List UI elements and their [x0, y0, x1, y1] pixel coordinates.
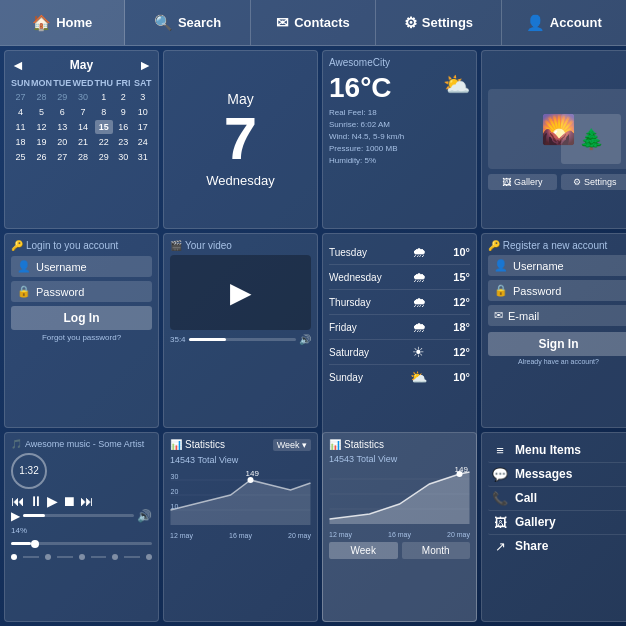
table-row[interactable]: 28 — [31, 90, 52, 104]
forecast-icon-thu: 🌧 — [412, 294, 426, 310]
stats1-chart: 149 30 20 10 — [170, 465, 311, 530]
messages-icon: 💬 — [491, 467, 509, 482]
table-row[interactable]: 3 — [133, 90, 152, 104]
password-field[interactable]: 🔒 Password — [11, 281, 152, 302]
nav-account[interactable]: 👤 Account — [502, 0, 626, 45]
dot-4[interactable] — [112, 554, 118, 560]
table-row[interactable]: 20 — [53, 135, 71, 149]
calendar-header: ◄ May ► — [11, 57, 152, 73]
table-row[interactable]: 10 — [133, 105, 152, 119]
table-row[interactable]: 12 — [31, 120, 52, 134]
nav-home[interactable]: 🏠 Home — [0, 0, 125, 45]
gallery-menu-label: Gallery — [515, 515, 556, 529]
music-play-btn[interactable]: ▶ — [47, 493, 58, 509]
calendar-next[interactable]: ► — [138, 57, 152, 73]
gallery-button[interactable]: 🖼 Gallery — [488, 174, 557, 190]
week-tab[interactable]: Week — [329, 542, 398, 559]
reg-lock-icon: 🔒 — [494, 284, 508, 297]
table-row[interactable]: 27 — [53, 150, 71, 164]
table-row[interactable]: 25 — [11, 150, 30, 164]
cal-dh-tue: TUE — [53, 77, 71, 89]
messages-item[interactable]: 💬 Messages — [488, 463, 626, 487]
music-stop-btn[interactable]: ⏹ — [62, 493, 76, 509]
table-row[interactable]: 2 — [114, 90, 132, 104]
username-field[interactable]: 👤 Username — [11, 256, 152, 277]
table-row[interactable]: 18 — [11, 135, 30, 149]
calendar-prev[interactable]: ◄ — [11, 57, 25, 73]
key2-icon: 🔑 — [488, 240, 500, 251]
table-row[interactable]: 29 — [95, 150, 114, 164]
table-row[interactable]: 7 — [73, 105, 94, 119]
login-panel: 🔑 Login to you account 👤 Username 🔒 Pass… — [4, 233, 159, 427]
table-row[interactable]: 31 — [133, 150, 152, 164]
bigdate-panel: May 7 Wednesday — [163, 50, 318, 229]
slider-thumb[interactable] — [31, 540, 39, 548]
photo-inner-icon: 🌲 — [579, 127, 604, 151]
table-row[interactable]: 8 — [95, 105, 114, 119]
table-row[interactable]: 13 — [53, 120, 71, 134]
login-button[interactable]: Log In — [11, 306, 152, 330]
table-row[interactable]: 5 — [31, 105, 52, 119]
weather-wind: Wind: N4.5, 5-9 km/h — [329, 131, 470, 143]
video-progress-fill — [189, 338, 227, 341]
dot-1[interactable] — [11, 554, 17, 560]
table-row[interactable]: 15 — [95, 120, 114, 134]
dot-2[interactable] — [45, 554, 51, 560]
call-item[interactable]: 📞 Call — [488, 487, 626, 511]
music-next-btn[interactable]: ⏭ — [80, 493, 94, 509]
reg-username-field[interactable]: 👤 Username — [488, 255, 626, 276]
table-row[interactable]: 21 — [73, 135, 94, 149]
table-row[interactable]: 1 — [95, 90, 114, 104]
menu-items-item[interactable]: ≡ Menu Items — [488, 439, 626, 463]
table-row[interactable]: 11 — [11, 120, 30, 134]
menu-panel: ≡ Menu Items 💬 Messages 📞 Call 🖼 Gallery… — [481, 432, 626, 622]
reg-password-field[interactable]: 🔒 Password — [488, 280, 626, 301]
gallery-settings-button[interactable]: ⚙ Settings — [561, 174, 627, 190]
video-play-button[interactable]: ▶ — [170, 255, 311, 330]
gallery-item[interactable]: 🖼 Gallery — [488, 511, 626, 535]
table-row[interactable]: 4 — [11, 105, 30, 119]
table-row[interactable]: 28 — [73, 150, 94, 164]
table-row[interactable]: 6 — [53, 105, 71, 119]
already-account-link[interactable]: Already have an account? — [488, 358, 626, 365]
table-row[interactable]: 29 — [53, 90, 71, 104]
sign-in-button[interactable]: Sign In — [488, 332, 626, 356]
table-row[interactable]: 27 — [11, 90, 30, 104]
share-item[interactable]: ↗ Share — [488, 535, 626, 558]
weather-sunrise: Sunrise: 6:02 AM — [329, 119, 470, 131]
table-row[interactable]: 23 — [114, 135, 132, 149]
forecast-day-wed: Wednesday — [329, 272, 384, 283]
music-pause-btn[interactable]: ⏸ — [29, 493, 43, 509]
table-row[interactable]: 30 — [114, 150, 132, 164]
table-row[interactable]: 16 — [114, 120, 132, 134]
table-row[interactable]: 24 — [133, 135, 152, 149]
table-row[interactable]: 9 — [114, 105, 132, 119]
nav-search[interactable]: 🔍 Search — [125, 0, 250, 45]
table-row[interactable]: 26 — [31, 150, 52, 164]
nav-settings[interactable]: ⚙ Settings — [376, 0, 501, 45]
dot-3[interactable] — [79, 554, 85, 560]
reg-email-field[interactable]: ✉ E-mail — [488, 305, 626, 326]
table-row[interactable]: 22 — [95, 135, 114, 149]
messages-label: Messages — [515, 467, 572, 481]
video-progress-bar[interactable] — [189, 338, 296, 341]
forgot-password-link[interactable]: Forgot you password? — [11, 333, 152, 342]
table-row[interactable]: 14 — [73, 120, 94, 134]
forecast-icon-sat: ☀ — [412, 344, 425, 360]
music-prev-btn[interactable]: ⏮ — [11, 493, 25, 509]
stats1-dropdown[interactable]: Week ▾ — [273, 439, 311, 451]
volume-slider[interactable] — [11, 537, 152, 551]
cal-dh-thu: THU — [95, 77, 114, 89]
table-row[interactable]: 19 — [31, 135, 52, 149]
music-title: 🎵 Awesome music - Some Artist — [11, 439, 152, 449]
table-row[interactable]: 17 — [133, 120, 152, 134]
month-tab[interactable]: Month — [402, 542, 471, 559]
play-icon: ▶ — [230, 276, 252, 309]
nav-contacts[interactable]: ✉ Contacts — [251, 0, 376, 45]
stats1-title: 📊 Statistics — [170, 439, 225, 450]
forecast-saturday: Saturday ☀ 12° — [329, 340, 470, 365]
dot-5[interactable] — [146, 554, 152, 560]
table-row[interactable]: 30 — [73, 90, 94, 104]
settings-icon: ⚙ — [404, 14, 417, 32]
music-progress-bar[interactable] — [23, 514, 134, 517]
